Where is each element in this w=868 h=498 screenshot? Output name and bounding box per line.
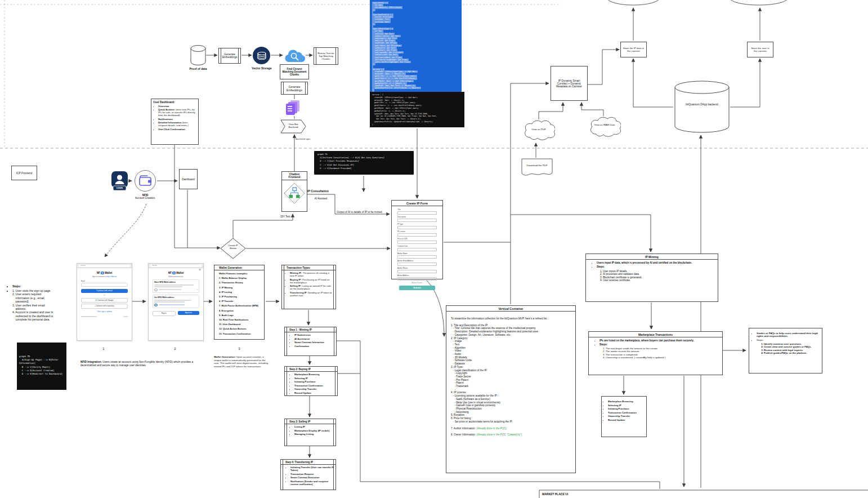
- node-label: IP Dynamic Smart Contract + Dynamic Meta…: [554, 79, 584, 88]
- list-item: The owner receive the amount.: [606, 350, 722, 353]
- list-item[interactable]: IP Type: [397, 223, 437, 229]
- list-item: Identify common user questions.: [764, 343, 820, 345]
- use-address-card: Use NFID Wallet address: [153, 295, 199, 308]
- list-item[interactable]: Description: [397, 216, 437, 222]
- list-item: Initiating Purchase: [608, 407, 646, 410]
- chevron-down-icon[interactable]: ▾: [196, 288, 198, 291]
- gear-icon[interactable]: ⚙: [199, 268, 201, 271]
- list-item: Users input IP data, which is processed …: [597, 261, 718, 264]
- text-skeleton: [159, 304, 185, 305]
- list-item: 6. IP Transfer: [219, 299, 262, 304]
- list-item: Notification (Sender and recipient recei…: [290, 480, 335, 486]
- list-item: 3. IP Minting: [219, 286, 262, 290]
- code-terminal-dark[interactable]: service : { createIP: (IPEntryCreateType…: [370, 92, 464, 127]
- list-item[interactable]: Author Email Address: [397, 260, 437, 266]
- ip-consultation-label: IP Consultation: [307, 189, 334, 193]
- list-item: 7. Multi-Factor Authentication (MFA): [219, 304, 262, 308]
- list-item: complete his personal data.: [12, 318, 79, 321]
- vector-storage-label: Vector Storage: [248, 66, 276, 70]
- continue-email-button[interactable]: Continue with email: [81, 289, 128, 293]
- list-item[interactable]: Author Name: [397, 252, 437, 259]
- steps-title: Steps:: [12, 284, 79, 288]
- wallet-screenshot-2: nfid.one ⚙ NFIDWallet Wallet permissions…: [148, 263, 204, 341]
- node-label: Dashboard: [182, 178, 194, 181]
- id-badge: ID: [101, 272, 104, 274]
- nfid-label: NFID Account Creation.: [127, 194, 163, 199]
- continue-passkey-button[interactable]: ▪ Continue with a passkey: [81, 304, 128, 309]
- text-skeleton: [154, 301, 185, 303]
- code-editor-blue[interactable]: type IPInfo = { id: Nat; entryDetails: I…: [370, 0, 462, 92]
- node-ip-dynamic-smart-contract: IP Dynamic Smart Contract + Dynamic Meta…: [551, 66, 588, 101]
- list-item: entryDetails: IPEntryInput;: [372, 6, 402, 8]
- node-label: ICP Frontend: [16, 172, 32, 175]
- user-dashboard-list: Overview Quick Actions: (mint new IPs, l…: [153, 105, 196, 131]
- create-ip-form-panel: Create IP Form TitleDescriptionIP TypeIP…: [391, 200, 443, 279]
- list-item[interactable]: IP License: [397, 230, 437, 237]
- text-skeleton: [154, 300, 191, 301]
- list-item: ipnIPType: Opt IPType;: [372, 42, 397, 44]
- radio-button[interactable]: [154, 288, 158, 292]
- list-item: User receives certificate.: [603, 279, 718, 282]
- chat-bot-backend-label: Chat Bot Backend: [284, 123, 303, 128]
- guides-lead-list: Guides or FAQs to help users understand …: [751, 332, 820, 341]
- list-item[interactable]: Price (in ICP): [397, 238, 437, 244]
- list-item: };: [372, 9, 375, 11]
- view-as-raw-label: View as RAW Data: [593, 123, 616, 126]
- download-pdf-document-shape: [521, 158, 553, 179]
- text-skeleton: [159, 289, 181, 290]
- browser-url-bar[interactable]: nfid.one: [149, 264, 203, 268]
- reject-button[interactable]: Reject: [153, 311, 176, 316]
- list-item: id: Nat;: [372, 30, 383, 32]
- diagram-canvas: Proof of data Generate Embeddings Vector…: [0, 0, 868, 498]
- email-input[interactable]: [81, 283, 128, 287]
- list-item[interactable]: Author Phone: [397, 267, 437, 273]
- wallet-generation-title: Wallet Generation: [214, 265, 264, 270]
- mini-marketplace-list: Marketplace BrowsingSelecting IPInitiati…: [603, 400, 646, 421]
- create-ip-form-title: Create IP Form: [392, 201, 442, 206]
- radio-button-selected[interactable]: [154, 304, 158, 307]
- list-item: Managing Listing: [294, 433, 335, 435]
- ip-minting-lead-list: Users input IP data, which is processed …: [592, 261, 718, 268]
- list-item: Smart Contract Interaction: [294, 341, 336, 344]
- transaction-types-list: Minting IP: The process of creating a ne…: [285, 272, 335, 297]
- vc-owner-line: 8. Owner Information: (Already done in t…: [451, 433, 571, 437]
- list-item: Initiating Purchase: [294, 380, 337, 383]
- other-signin-link[interactable]: Other sign in options: [81, 310, 128, 313]
- node-store-user: Store the user in the canister: [747, 42, 773, 57]
- mermaid-signup-code[interactable]: graph TD A[Sign-Up Page] --> B[EnterInfo…: [17, 343, 66, 390]
- list-item: Transaction Confirmation: [294, 384, 337, 387]
- backend-db-label: bitQuantum DApp backend: [683, 103, 721, 106]
- proof-of-data-label: Proof of data: [185, 67, 212, 70]
- email-label: Email: [81, 280, 128, 282]
- node-label: Store the IP data in the canister: [623, 47, 645, 52]
- submit-button[interactable]: Submit: [399, 286, 435, 290]
- node-generate-embeddings-1: Generate Embeddings: [218, 48, 241, 64]
- list-item: ipnCurrentPricingBudget: Opt Float;: [372, 61, 411, 63]
- continue-google-button[interactable]: G Continue with Google: [81, 298, 128, 303]
- mermaid-consultation-code[interactable]: graph TD A[Initiate Consultation] --> B[…: [314, 151, 414, 175]
- list-item[interactable]: Author Address: [397, 274, 437, 281]
- steps-lines: 1. User visits the sign-up page.2. User …: [12, 289, 79, 322]
- list-item: AI Assistance: [294, 337, 336, 340]
- url-text[interactable]: nfid.one: [150, 265, 202, 267]
- url-text[interactable]: nfid.one: [79, 265, 130, 267]
- list-item: The new buyer sends the amount to the cr…: [606, 347, 722, 350]
- ip-minting-box: IP Minting Users input IP data, which is…: [585, 254, 718, 302]
- nfid-brand: NFIDWallet: [81, 272, 128, 274]
- diy-text-label: DIY Text: [279, 215, 292, 218]
- list-item: - Set price or auction/sale terms for ac…: [451, 420, 571, 424]
- step2-title: Step 2: Buying IP: [285, 367, 337, 372]
- list-item: 5. IP Purchasing: [219, 295, 262, 299]
- use-address-title: Use NFID Wallet address: [154, 296, 198, 299]
- approve-button[interactable]: Approve: [178, 311, 200, 315]
- browser-url-bar[interactable]: nfid.one: [77, 264, 132, 268]
- list-item: D --> E[Redirect to Dashboard]: [19, 372, 64, 376]
- list-item[interactable]: Creation Date: [397, 245, 437, 251]
- list-item: Listing IP: [294, 425, 335, 428]
- marketplace-ui-label: MARKET PLACE UI: [542, 492, 568, 496]
- list-item[interactable]: Title: [397, 208, 437, 215]
- guides-faqs-box: Guides or FAQs to help users understand …: [749, 328, 822, 374]
- list-item: Smart Contract Execution: [290, 476, 335, 479]
- signin-link[interactable]: https://nfid.one: [107, 276, 117, 278]
- view-as-raw-cloud: [588, 116, 621, 139]
